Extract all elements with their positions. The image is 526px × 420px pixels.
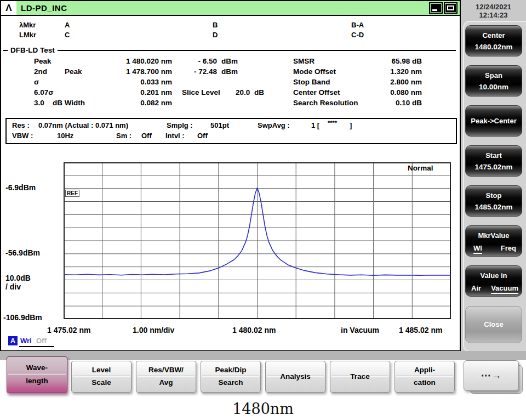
smsr-value: 65.98 dB [352, 57, 422, 66]
menu-level-scale[interactable]: Level Scale [71, 361, 132, 393]
softkey-peak-to-center-label: Peak->Center [466, 106, 522, 136]
trace-a-badge[interactable]: A [8, 336, 18, 345]
menu-application-label1: Appli- [395, 366, 454, 374]
stop-band-label: Stop Band [293, 78, 330, 87]
sweep-avg-value: 1 [ [311, 121, 319, 129]
marker-c-d: C-D [351, 31, 364, 39]
softkey-close-label: Close [466, 307, 522, 343]
ref-level-tag: REF [65, 190, 79, 197]
vbw-value: 10Hz [57, 132, 73, 140]
softkey-option-air[interactable]: Air [471, 284, 481, 292]
mode-offset-label: Mode Offset [293, 67, 336, 77]
image-caption: 1480nm [0, 400, 526, 417]
title-bar: Λ LD-PD_INC [1, 1, 460, 16]
softkey-span[interactable]: Span 10.00nm [465, 65, 522, 97]
level-marker-label: LMkr [19, 31, 36, 39]
sigma-value: 0.033 nm [94, 78, 172, 87]
menu-analysis[interactable]: Analysis [265, 361, 325, 393]
softkey-sidebar: 12/24/2021 12:14:23 Center 1480.02nm Spa… [461, 0, 526, 358]
sigma-label: σ [34, 78, 39, 87]
softkey-value-in[interactable]: Value in Air Vacuum [465, 265, 522, 297]
sampling-value: 501pt [210, 121, 229, 129]
softkey-stop-label: Stop [466, 191, 522, 200]
menu-analysis-label: Analysis [266, 361, 325, 392]
menu-trace[interactable]: Trace [330, 361, 390, 393]
menu-res-vbw-avg[interactable]: Res/VBW/ Avg [136, 361, 196, 393]
main-screen: Λ LD-PD_INC λMkr A B B-A LMkr C D C-D DF… [0, 0, 461, 351]
softkey-stop-value: 1485.02nm [466, 203, 522, 211]
interval-value: Off [197, 132, 208, 140]
marker-b-a: B-A [351, 21, 364, 29]
menu-res-vbw-avg-label2: Avg [136, 378, 196, 387]
slice-level-value: 20.0 [236, 88, 250, 98]
softkey-start-label: Start [466, 151, 522, 160]
mode-offset-value: 1.320 nm [352, 67, 422, 77]
spectrum-plot [64, 162, 451, 319]
x-axis-div-label: 1.00 nm/div [133, 326, 174, 334]
softkey-option-frequency[interactable]: Freq [501, 244, 516, 252]
date-label: 12/24/2021 [461, 3, 526, 11]
sampling-key: Smplg : [167, 121, 193, 129]
softkey-center[interactable]: Center 1480.02nm [465, 25, 522, 56]
menu-wavelength-label1: Wave- [7, 364, 67, 372]
trace-write-mode-label: Wri [20, 337, 32, 345]
datetime-display: 12/24/2021 12:14:23 [461, 3, 526, 19]
menu-application[interactable]: Appli- cation [395, 361, 455, 393]
menu-res-vbw-avg-label1: Res/VBW/ [136, 366, 196, 374]
second-peak-wavelength: 1 478.700 nm [94, 67, 172, 77]
bottom-separator-band [0, 351, 526, 360]
softkey-stop[interactable]: Stop 1485.02nm [465, 185, 522, 217]
x-axis-center-label: 1 480.02 nm [232, 326, 276, 334]
dbwidth-label: dB Width [53, 99, 85, 108]
vbw-key: VBW : [12, 132, 33, 140]
minimize-icon [431, 4, 441, 12]
res-value: 0.07nm (Actual : 0.071 nm) [38, 121, 128, 129]
y-axis-bottom-label: -106.9dBm [3, 313, 42, 322]
menu-wavelength[interactable]: Wave- length [7, 356, 67, 393]
lambda-marker-label: λMkr [19, 21, 36, 29]
sweep-mode-label: Normal [408, 164, 433, 172]
menu-more-button[interactable]: ⋯→ [464, 360, 519, 391]
res-key: Res : [12, 121, 30, 129]
sweep-avg-key: SwpAvg : [258, 121, 290, 129]
menu-wavelength-label2: length [7, 377, 67, 385]
marker-c: C [65, 31, 70, 39]
menu-peak-dip-search-label2: Search [201, 378, 260, 387]
softkey-option-vacuum[interactable]: Vacuum [491, 284, 518, 294]
trace-indicator-underline [19, 346, 54, 347]
softkey-start[interactable]: Start 1475.02nm [465, 145, 522, 177]
maximize-icon [445, 4, 456, 12]
search-resolution-value: 0.10 dB [352, 99, 422, 108]
menu-peak-dip-search[interactable]: Peak/Dip Search [201, 361, 261, 393]
softkey-option-wavelength[interactable]: Wl [473, 244, 482, 254]
maximize-button[interactable] [444, 2, 458, 14]
section-title: DFB-LD Test [8, 46, 58, 54]
minimize-button[interactable] [429, 2, 443, 14]
marker-a: A [65, 21, 70, 29]
softkey-start-value: 1475.02nm [466, 163, 522, 171]
menu-peak-dip-search-label1: Peak/Dip [201, 366, 260, 374]
center-offset-label: Center Offset [293, 88, 340, 98]
app-logo-icon: Λ [1, 1, 16, 15]
softkey-span-label: Span [466, 71, 522, 80]
sigma6-value: 0.201 nm [94, 88, 172, 98]
sweep-settings-box: Res : 0.07nm (Actual : 0.071 nm) Smplg :… [5, 118, 457, 144]
second-peak-level: - 72.48 [176, 67, 217, 77]
second-peak-label2: Peak [65, 67, 82, 77]
softkey-peak-to-center[interactable]: Peak->Center [465, 105, 522, 137]
softkey-close[interactable]: Close [465, 306, 522, 343]
menu-trace-label: Trace [330, 361, 390, 392]
y-axis-ref-label: -6.9dBm [5, 183, 36, 192]
x-axis-stop-label: 1 485.02 nm [399, 326, 442, 334]
smoothing-value: Off [141, 132, 152, 140]
softkey-span-value: 10.00nm [466, 83, 522, 91]
softkey-center-label: Center [466, 31, 522, 39]
second-peak-label: 2nd [34, 67, 47, 77]
sigma6-label: 6.07σ [34, 88, 54, 98]
y-axis-mid-label: -56.9dBm [5, 248, 40, 257]
softkey-marker-value[interactable]: MkrValue Wl Freq [465, 225, 522, 257]
slice-level-label: Slice Level [182, 88, 220, 98]
interval-key: Intvl : [165, 132, 185, 140]
second-peak-level-unit: dBm [221, 67, 238, 77]
search-resolution-label: Search Resolution [293, 99, 358, 108]
